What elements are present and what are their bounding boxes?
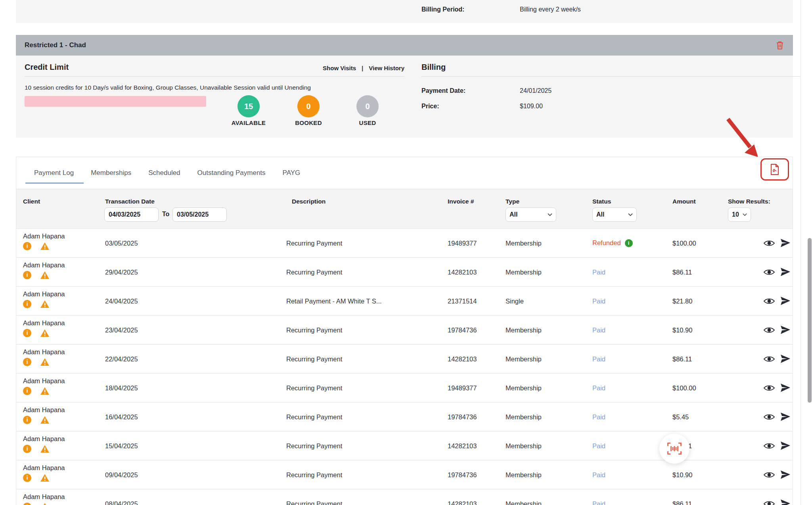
client-icons: i [23, 271, 65, 279]
info-icon[interactable]: i [23, 416, 31, 424]
tab-payg[interactable]: PAYG [283, 169, 301, 177]
status-filter-select[interactable]: All [592, 207, 637, 222]
view-invoice-button[interactable] [763, 355, 775, 363]
send-invoice-button[interactable] [780, 296, 791, 306]
view-invoice-button[interactable] [763, 326, 775, 334]
tab-payment-log[interactable]: Payment Log [34, 169, 74, 177]
status-text[interactable]: Paid [592, 297, 605, 305]
date-to-input[interactable] [172, 207, 227, 222]
send-invoice-button[interactable] [780, 441, 791, 451]
send-invoice-button[interactable] [780, 383, 791, 393]
warning-triangle-icon[interactable] [40, 300, 50, 308]
export-pdf-button[interactable] [760, 158, 789, 180]
send-icon [780, 238, 791, 248]
row-actions [763, 325, 791, 335]
view-invoice-button[interactable] [763, 442, 775, 450]
status-text[interactable]: Paid [592, 413, 605, 421]
status-text[interactable]: Refunded [592, 239, 621, 247]
transaction-date-cell: 22/04/2025 [105, 355, 138, 363]
transaction-date-cell: 15/04/2025 [105, 442, 138, 449]
warning-triangle-icon[interactable] [40, 329, 50, 337]
scrollbar-thumb[interactable] [808, 238, 812, 403]
invoice-cell: 14282103 [448, 355, 477, 363]
type-filter-select[interactable]: All [506, 207, 556, 222]
client-name-link[interactable]: Adam Hapana [23, 464, 65, 472]
info-icon[interactable]: i [23, 300, 31, 308]
info-icon[interactable]: i [23, 358, 31, 366]
warning-triangle-icon[interactable] [40, 358, 50, 366]
delete-package-button[interactable] [776, 41, 783, 50]
tab-scheduled[interactable]: Scheduled [148, 169, 180, 177]
tab-outstanding-payments[interactable]: Outstanding Payments [197, 169, 266, 177]
scrollbar-track-border [801, 0, 801, 505]
send-invoice-button[interactable] [780, 470, 791, 480]
show-visits-link[interactable]: Show Visits [323, 65, 356, 71]
send-invoice-button[interactable] [780, 499, 791, 505]
warning-triangle-icon[interactable] [40, 474, 50, 482]
date-from-input[interactable] [104, 207, 159, 222]
send-invoice-button[interactable] [780, 325, 791, 335]
type-cell: Membership [506, 268, 542, 276]
info-icon[interactable]: i [23, 329, 31, 337]
warning-triangle-icon[interactable] [40, 242, 50, 250]
col-status: Status [592, 198, 611, 205]
view-invoice-button[interactable] [763, 268, 775, 276]
client-name-link[interactable]: Adam Hapana [23, 290, 65, 298]
view-invoice-button[interactable] [763, 500, 775, 505]
stat-label: USED [343, 119, 392, 126]
client-name-link[interactable]: Adam Hapana [23, 232, 65, 240]
info-icon[interactable]: i [23, 474, 31, 482]
invoice-cell: 21371514 [448, 297, 477, 305]
info-icon[interactable]: i [23, 445, 31, 453]
warning-triangle-icon[interactable] [40, 445, 50, 453]
client-icons: i [23, 329, 65, 337]
client-name-link[interactable]: Adam Hapana [23, 261, 65, 269]
type-cell: Membership [506, 471, 542, 478]
send-invoice-button[interactable] [780, 238, 791, 248]
status-text[interactable]: Paid [592, 442, 605, 449]
warning-triangle-icon[interactable] [40, 271, 50, 279]
status-text[interactable]: Paid [592, 355, 605, 363]
status-text[interactable]: Paid [592, 268, 605, 276]
status-text[interactable]: Paid [592, 471, 605, 478]
client-name-link[interactable]: Adam Hapana [23, 319, 65, 327]
info-icon[interactable]: i [23, 503, 31, 505]
warning-triangle-icon[interactable] [40, 503, 50, 505]
col-type: Type [506, 198, 519, 205]
view-history-link[interactable]: View History [369, 65, 404, 71]
info-icon[interactable]: i [625, 239, 633, 247]
info-icon[interactable]: i [23, 271, 31, 279]
view-invoice-button[interactable] [763, 384, 775, 392]
send-invoice-button[interactable] [780, 412, 791, 422]
client-name-link[interactable]: Adam Hapana [23, 493, 65, 501]
tab-memberships[interactable]: Memberships [91, 169, 131, 177]
row-actions [763, 267, 791, 277]
client-name-link[interactable]: Adam Hapana [23, 348, 65, 356]
info-icon[interactable]: i [23, 387, 31, 395]
info-icon[interactable]: i [23, 242, 31, 250]
view-invoice-button[interactable] [763, 413, 775, 421]
barcode-scan-button[interactable] [659, 434, 689, 464]
status-text[interactable]: Paid [592, 326, 605, 334]
status-cell: Paid i [592, 297, 605, 305]
row-actions [763, 354, 791, 364]
warning-triangle-icon[interactable] [40, 387, 50, 395]
client-name-link[interactable]: Adam Hapana [23, 435, 65, 443]
view-invoice-button[interactable] [763, 471, 775, 479]
description-cell: Recurring Payment [286, 442, 342, 449]
client-name-link[interactable]: Adam Hapana [23, 377, 65, 385]
send-icon [780, 383, 791, 393]
status-cell: Paid i [592, 500, 605, 505]
client-name-link[interactable]: Adam Hapana [23, 406, 65, 414]
warning-triangle-icon[interactable] [40, 416, 50, 424]
table-row: Adam Hapana i 22/04/2025 Recurring Payme… [16, 345, 793, 374]
status-text[interactable]: Paid [592, 500, 605, 505]
status-text[interactable]: Paid [592, 384, 605, 392]
send-invoice-button[interactable] [780, 267, 791, 277]
view-invoice-button[interactable] [763, 239, 775, 247]
eye-icon [763, 239, 775, 247]
show-results-select[interactable]: 10 [728, 207, 751, 222]
send-invoice-button[interactable] [780, 354, 791, 364]
view-invoice-button[interactable] [763, 297, 775, 305]
credit-stat: 0 USED [343, 95, 392, 126]
